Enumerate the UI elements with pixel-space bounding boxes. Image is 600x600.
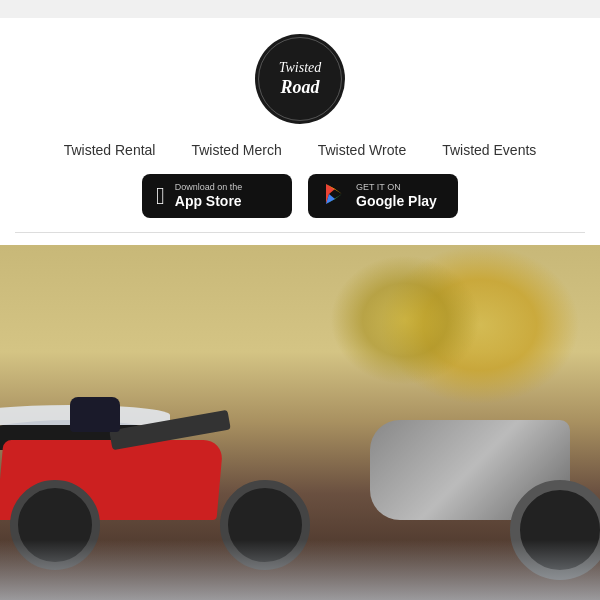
logo[interactable]: Twisted Road [255,34,345,124]
google-play-big-label: Google Play [356,193,437,210]
header-divider [15,232,585,233]
google-play-small-label: GET IT ON [356,182,437,193]
nav-twisted-events[interactable]: Twisted Events [442,142,536,158]
logo-line2: Road [279,77,322,99]
logo-line1: Twisted [279,60,322,77]
apple-icon:  [156,184,165,208]
app-store-button[interactable]:  Download on the App Store [142,174,292,218]
nav-twisted-wrote[interactable]: Twisted Wrote [318,142,406,158]
top-bar [0,0,600,18]
glove [70,397,120,432]
logo-text: Twisted Road [279,60,322,98]
google-play-text: GET IT ON Google Play [356,182,437,210]
page-container: Twisted Road Twisted Rental Twisted Merc… [0,0,600,600]
app-store-big-label: App Store [175,193,243,210]
app-buttons:  Download on the App Store [142,174,458,218]
app-store-text: Download on the App Store [175,182,243,210]
google-play-icon [322,182,346,210]
nav-twisted-merch[interactable]: Twisted Merch [191,142,281,158]
hero-image [0,245,600,600]
header: Twisted Road Twisted Rental Twisted Merc… [0,18,600,245]
app-store-small-label: Download on the [175,182,243,193]
navigation: Twisted Rental Twisted Merch Twisted Wro… [64,142,537,158]
snow-overlay [0,540,600,600]
nav-twisted-rental[interactable]: Twisted Rental [64,142,156,158]
google-play-button[interactable]: GET IT ON Google Play [308,174,458,218]
